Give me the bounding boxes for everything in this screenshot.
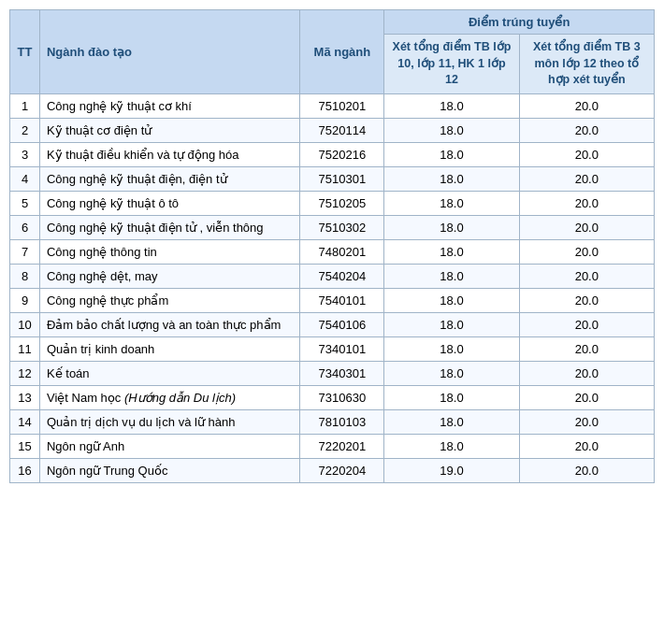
- cell-nganh: Công nghệ thực phẩm: [39, 288, 300, 312]
- cell-nganh: Ngôn ngữ Trung Quốc: [39, 458, 300, 482]
- cell-tt: 8: [10, 264, 40, 288]
- table-row: 11Quản trị kinh doanh734010118.020.0: [10, 336, 655, 361]
- cell-ma: 7510302: [300, 215, 384, 239]
- cell-tt: 13: [10, 385, 40, 409]
- cell-tt: 3: [10, 142, 40, 166]
- cell-nganh: Công nghệ kỹ thuật ô tô: [39, 191, 300, 215]
- table-row: 5Công nghệ kỹ thuật ô tô751020518.020.0: [10, 191, 655, 215]
- cell-score2: 20.0: [519, 142, 654, 166]
- cell-score1: 18.0: [384, 409, 519, 434]
- table-row: 7Công nghệ thông tin748020118.020.0: [10, 239, 655, 264]
- cell-nganh: Công nghệ kỹ thuật điện tử , viễn thông: [39, 215, 300, 239]
- cell-tt: 14: [10, 409, 40, 434]
- table-row: 15Ngôn ngữ Anh722020118.020.0: [10, 434, 655, 458]
- header-tt: TT: [10, 10, 40, 94]
- cell-ma: 7340301: [300, 361, 384, 385]
- cell-nganh: Công nghệ dệt, may: [39, 264, 300, 288]
- cell-score1: 18.0: [384, 118, 519, 142]
- cell-ma: 7510201: [300, 93, 384, 118]
- cell-score2: 20.0: [519, 264, 654, 288]
- header-diem-group: Điểm trúng tuyển: [384, 10, 655, 35]
- cell-tt: 15: [10, 434, 40, 458]
- cell-ma: 7520114: [300, 118, 384, 142]
- cell-ma: 7510301: [300, 166, 384, 191]
- cell-score1: 18.0: [384, 361, 519, 385]
- admissions-table: TT Ngành đào tạo Mã ngành Điểm trúng tuy…: [9, 9, 655, 483]
- table-row: 8Công nghệ dệt, may754020418.020.0: [10, 264, 655, 288]
- cell-nganh: Công nghệ kỹ thuật cơ khí: [39, 93, 300, 118]
- cell-score2: 20.0: [519, 166, 654, 191]
- cell-score2: 20.0: [519, 93, 654, 118]
- cell-score1: 18.0: [384, 312, 519, 336]
- header-score1: Xét tổng điểm TB lớp 10, lớp 11, HK 1 lớ…: [384, 35, 519, 94]
- header-ma: Mã ngành: [300, 10, 384, 94]
- cell-score1: 18.0: [384, 239, 519, 264]
- table-row: 9Công nghệ thực phẩm754010118.020.0: [10, 288, 655, 312]
- header-score2: Xét tổng điểm TB 3 môn lớp 12 theo tổ hợ…: [519, 35, 654, 94]
- table-row: 4Công nghệ kỹ thuật điện, điện tử7510301…: [10, 166, 655, 191]
- cell-score1: 18.0: [384, 288, 519, 312]
- cell-tt: 2: [10, 118, 40, 142]
- cell-score1: 18.0: [384, 336, 519, 361]
- cell-score1: 18.0: [384, 215, 519, 239]
- cell-score1: 18.0: [384, 191, 519, 215]
- cell-score2: 20.0: [519, 336, 654, 361]
- table-row: 1Công nghệ kỹ thuật cơ khí751020118.020.…: [10, 93, 655, 118]
- table-row: 12Kế toán734030118.020.0: [10, 361, 655, 385]
- table-row: 6Công nghệ kỹ thuật điện tử , viễn thông…: [10, 215, 655, 239]
- table-row: 2Kỹ thuật cơ điện tử752011418.020.0: [10, 118, 655, 142]
- cell-score2: 20.0: [519, 409, 654, 434]
- cell-nganh: Kỹ thuật cơ điện tử: [39, 118, 300, 142]
- table-row: 10Đảm bảo chất lượng và an toàn thực phẩ…: [10, 312, 655, 336]
- cell-tt: 12: [10, 361, 40, 385]
- cell-nganh: Ngôn ngữ Anh: [39, 434, 300, 458]
- cell-nganh: Kỹ thuật điều khiển và tự động hóa: [39, 142, 300, 166]
- cell-tt: 16: [10, 458, 40, 482]
- cell-tt: 9: [10, 288, 40, 312]
- table-row: 14Quản trị dịch vụ du lịch và lữ hành781…: [10, 409, 655, 434]
- cell-ma: 7540204: [300, 264, 384, 288]
- cell-ma: 7310630: [300, 385, 384, 409]
- cell-score2: 20.0: [519, 288, 654, 312]
- cell-score1: 18.0: [384, 264, 519, 288]
- cell-tt: 6: [10, 215, 40, 239]
- cell-tt: 11: [10, 336, 40, 361]
- cell-tt: 5: [10, 191, 40, 215]
- cell-score2: 20.0: [519, 434, 654, 458]
- cell-ma: 7540106: [300, 312, 384, 336]
- cell-tt: 7: [10, 239, 40, 264]
- cell-ma: 7510205: [300, 191, 384, 215]
- cell-score1: 19.0: [384, 458, 519, 482]
- cell-nganh: Kế toán: [39, 361, 300, 385]
- cell-score2: 20.0: [519, 239, 654, 264]
- cell-score1: 18.0: [384, 93, 519, 118]
- cell-score1: 18.0: [384, 142, 519, 166]
- cell-score2: 20.0: [519, 312, 654, 336]
- cell-score2: 20.0: [519, 191, 654, 215]
- cell-tt: 4: [10, 166, 40, 191]
- header-nganh: Ngành đào tạo: [39, 10, 300, 94]
- cell-score2: 20.0: [519, 361, 654, 385]
- cell-ma: 7810103: [300, 409, 384, 434]
- cell-nganh: Công nghệ thông tin: [39, 239, 300, 264]
- cell-ma: 7220201: [300, 434, 384, 458]
- table-row: 3Kỹ thuật điều khiển và tự động hóa75202…: [10, 142, 655, 166]
- cell-tt: 10: [10, 312, 40, 336]
- cell-score1: 18.0: [384, 385, 519, 409]
- table-row: 16Ngôn ngữ Trung Quốc722020419.020.0: [10, 458, 655, 482]
- cell-score2: 20.0: [519, 118, 654, 142]
- cell-tt: 1: [10, 93, 40, 118]
- cell-score2: 20.0: [519, 458, 654, 482]
- cell-nganh: Quản trị dịch vụ du lịch và lữ hành: [39, 409, 300, 434]
- cell-ma: 7480201: [300, 239, 384, 264]
- cell-score2: 20.0: [519, 215, 654, 239]
- cell-score1: 18.0: [384, 434, 519, 458]
- cell-ma: 7520216: [300, 142, 384, 166]
- cell-nganh: Công nghệ kỹ thuật điện, điện tử: [39, 166, 300, 191]
- cell-score1: 18.0: [384, 166, 519, 191]
- cell-nganh: Việt Nam học (Hướng dẫn Du lịch): [39, 385, 300, 409]
- cell-nganh: Đảm bảo chất lượng và an toàn thực phẩm: [39, 312, 300, 336]
- table-row: 13Việt Nam học (Hướng dẫn Du lịch)731063…: [10, 385, 655, 409]
- cell-ma: 7220204: [300, 458, 384, 482]
- cell-score2: 20.0: [519, 385, 654, 409]
